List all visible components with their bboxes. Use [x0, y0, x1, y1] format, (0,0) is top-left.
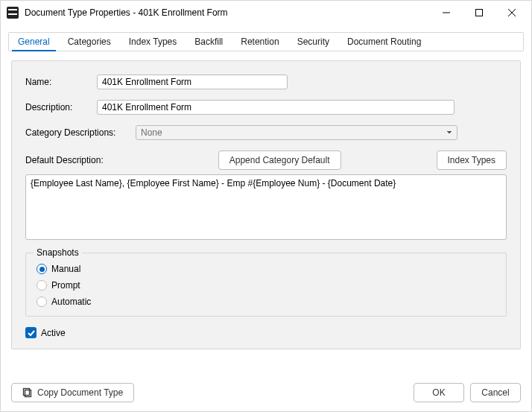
window-title: Document Type Properties - 401K Enrollme… — [25, 7, 430, 18]
close-icon — [508, 9, 516, 16]
ok-button[interactable]: OK — [414, 383, 464, 402]
maximize-icon — [475, 9, 483, 16]
svg-rect-4 — [25, 390, 31, 397]
radio-icon — [37, 264, 47, 274]
general-panel: Name: Description: Category Descriptions… — [11, 60, 521, 349]
dialog-footer: Copy Document Type OK Cancel — [1, 375, 531, 411]
default-description-textarea[interactable]: {Employee Last Name}, {Employee First Na… — [25, 174, 507, 240]
category-descriptions-select[interactable]: None — [136, 125, 457, 140]
radio-icon — [37, 280, 47, 291]
snapshots-legend: Snapshots — [34, 247, 82, 258]
minimize-icon — [443, 9, 450, 16]
active-checkbox[interactable]: Active — [25, 327, 507, 338]
default-description-label: Default Description: — [25, 155, 104, 165]
snapshot-option-prompt[interactable]: Prompt — [37, 277, 495, 294]
snapshots-group: Snapshots Manual Prompt Automatic — [25, 253, 507, 317]
svg-rect-5 — [24, 389, 30, 396]
active-label: Active — [41, 328, 66, 338]
snapshot-option-automatic[interactable]: Automatic — [37, 294, 495, 310]
tab-routing[interactable]: Document Routing — [338, 33, 430, 51]
description-input[interactable] — [97, 100, 455, 115]
titlebar: Document Type Properties - 401K Enrollme… — [1, 1, 531, 25]
copy-icon — [22, 387, 33, 398]
snapshot-manual-label: Manual — [51, 264, 80, 274]
category-descriptions-label: Category Descriptions: — [25, 127, 136, 138]
tab-general[interactable]: General — [9, 33, 59, 51]
snapshot-prompt-label: Prompt — [51, 280, 80, 291]
copy-document-type-label: Copy Document Type — [37, 387, 123, 398]
maximize-button[interactable] — [463, 1, 495, 24]
tab-indextypes[interactable]: Index Types — [120, 33, 186, 51]
tab-security[interactable]: Security — [288, 33, 338, 51]
description-label: Description: — [25, 102, 97, 112]
checkbox-checked-icon — [25, 327, 37, 338]
snapshot-option-manual[interactable]: Manual — [37, 261, 495, 277]
minimize-button[interactable] — [430, 1, 463, 24]
name-input[interactable] — [97, 75, 288, 89]
svg-rect-1 — [476, 10, 483, 16]
close-button[interactable] — [495, 1, 528, 24]
tab-backfill[interactable]: Backfill — [186, 33, 232, 51]
tab-retention[interactable]: Retention — [232, 33, 288, 51]
append-category-default-button[interactable]: Append Category Default — [218, 150, 341, 170]
app-icon — [7, 7, 19, 19]
name-label: Name: — [25, 77, 97, 87]
index-types-button[interactable]: Index Types — [437, 150, 507, 170]
snapshot-automatic-label: Automatic — [51, 297, 91, 307]
cancel-button[interactable]: Cancel — [470, 383, 521, 402]
tabstrip: General Categories Index Types Backfill … — [1, 25, 531, 51]
tab-categories[interactable]: Categories — [59, 33, 120, 51]
radio-icon — [37, 297, 47, 307]
copy-document-type-button[interactable]: Copy Document Type — [11, 383, 134, 402]
